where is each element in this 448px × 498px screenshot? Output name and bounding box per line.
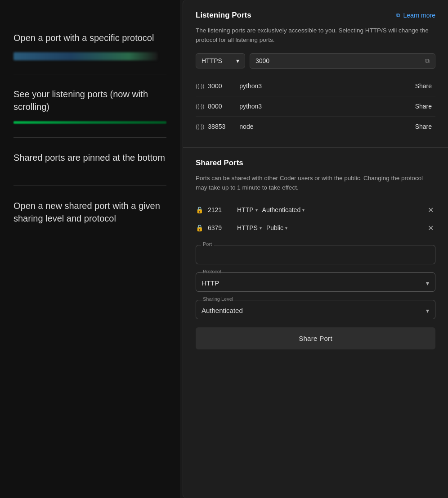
shared-ports-section: Shared Ports Ports can be shared with ot… — [183, 148, 448, 360]
sharing-level-select[interactable]: Authenticated Public — [196, 300, 435, 319]
shared-port-list: 🔒 2121 HTTP ▾ Authenticated ▾ ✕ 🔒 6379 H… — [196, 201, 435, 237]
wifi-icon: ((·)) — [196, 103, 204, 109]
shared-port-visibility-value: Public — [266, 224, 283, 231]
chevron-down-icon: ▾ — [255, 208, 258, 213]
listening-ports-title: Listening Ports — [196, 11, 251, 20]
port-input[interactable] — [196, 245, 435, 264]
remove-shared-port-button[interactable]: ✕ — [426, 206, 435, 214]
shared-port-protocol-value: HTTPS — [237, 224, 258, 231]
bg-section-1: Open a port with a specific protocol — [13, 18, 166, 74]
shared-port-protocol-dropdown[interactable]: HTTPS ▾ — [237, 224, 262, 231]
shared-port-visibility-value: Authenticated — [262, 206, 301, 213]
listening-port-list: ((·)) 3000 python3 Share ((·)) 8000 pyth… — [196, 76, 435, 136]
port-number: 8000 — [208, 103, 239, 110]
listening-ports-desc: The listening ports are exclusively acce… — [196, 26, 435, 45]
ports-panel: Listening Ports ⧉ Learn more The listeni… — [183, 0, 448, 498]
chevron-down-icon: ▾ — [260, 226, 262, 231]
port-input-row: HTTPS ▾ 3000 ⧉ — [196, 53, 435, 69]
port-list-item: ((·)) 8000 python3 Share — [196, 96, 435, 116]
bg-section-2: See your listening ports (now with scrol… — [13, 74, 166, 138]
port-process: python3 — [239, 82, 411, 90]
shared-port-row: 🔒 2121 HTTP ▾ Authenticated ▾ ✕ — [196, 201, 435, 219]
blur-bar-decoration — [13, 52, 157, 60]
port-list-item: ((·)) 3000 python3 Share — [196, 76, 435, 96]
shared-port-visibility-dropdown[interactable]: Authenticated ▾ — [262, 206, 421, 213]
shared-port-visibility-dropdown[interactable]: Public ▾ — [266, 224, 421, 231]
chevron-down-icon: ▾ — [285, 226, 287, 231]
bg-section-2-text: See your listening ports (now with scrol… — [13, 88, 166, 113]
wifi-icon: ((·)) — [196, 123, 204, 130]
chevron-down-icon: ▾ — [302, 208, 305, 213]
share-button[interactable]: Share — [412, 81, 435, 91]
port-process: python3 — [239, 103, 411, 110]
port-process: node — [239, 123, 411, 130]
port-list-item: ((·)) 38853 node Share — [196, 116, 435, 136]
protocol-field-container: Protocol HTTP HTTPS ▾ — [196, 272, 435, 292]
open-in-new-icon: ⧉ — [425, 57, 430, 65]
shared-port-number: 6379 — [208, 224, 233, 231]
wifi-icon: ((·)) — [196, 83, 204, 89]
external-link-icon: ⧉ — [396, 12, 400, 18]
sharing-level-field-container: Sharing Level Authenticated Public ▾ — [196, 300, 435, 319]
bg-section-3-text: Shared ports are pinned at the bottom — [13, 151, 166, 164]
shared-port-row: 🔒 6379 HTTPS ▾ Public ▾ ✕ — [196, 219, 435, 237]
bg-section-3: Shared ports are pinned at the bottom — [13, 138, 166, 186]
share-button[interactable]: Share — [412, 121, 435, 132]
port-field-label: Port — [201, 241, 214, 247]
shared-port-number: 2121 — [208, 206, 233, 213]
remove-shared-port-button[interactable]: ✕ — [426, 224, 435, 232]
lock-icon: 🔒 — [196, 206, 203, 213]
share-port-button[interactable]: Share Port — [196, 327, 435, 349]
learn-more-link[interactable]: ⧉ Learn more — [396, 12, 435, 19]
protocol-select-wrapper: HTTP HTTPS ▾ — [196, 272, 435, 292]
protocol-value: HTTPS — [202, 57, 222, 64]
listening-ports-section: Listening Ports ⧉ Learn more The listeni… — [183, 0, 448, 148]
port-number-field[interactable]: 3000 ⧉ — [250, 53, 435, 69]
learn-more-label: Learn more — [403, 12, 435, 19]
chevron-down-icon: ▾ — [236, 57, 239, 64]
green-bar-decoration — [13, 121, 166, 124]
port-number-value: 3000 — [255, 57, 269, 64]
shared-port-protocol-value: HTTP — [237, 206, 254, 213]
sharing-level-select-wrapper: Authenticated Public ▾ — [196, 300, 435, 319]
protocol-dropdown[interactable]: HTTPS ▾ — [196, 53, 245, 68]
shared-port-protocol-dropdown[interactable]: HTTP ▾ — [237, 206, 258, 213]
port-number: 3000 — [208, 82, 239, 90]
shared-ports-header: Shared Ports — [196, 158, 435, 168]
bg-section-4: Open a new shared port with a given shar… — [13, 186, 166, 246]
bg-section-4-text: Open a new shared port with a given shar… — [13, 199, 166, 225]
shared-ports-desc: Ports can be shared with other Coder use… — [196, 174, 435, 193]
share-button[interactable]: Share — [412, 101, 435, 112]
listening-ports-header: Listening Ports ⧉ Learn more — [196, 11, 435, 20]
lock-icon: 🔒 — [196, 224, 203, 231]
background-left: Open a port with a specific protocol See… — [0, 0, 180, 498]
bg-section-1-text: Open a port with a specific protocol — [13, 32, 166, 44]
shared-ports-title: Shared Ports — [196, 158, 243, 168]
port-field-container: Port — [196, 245, 435, 264]
port-number: 38853 — [208, 123, 239, 130]
protocol-select[interactable]: HTTP HTTPS — [196, 272, 435, 292]
